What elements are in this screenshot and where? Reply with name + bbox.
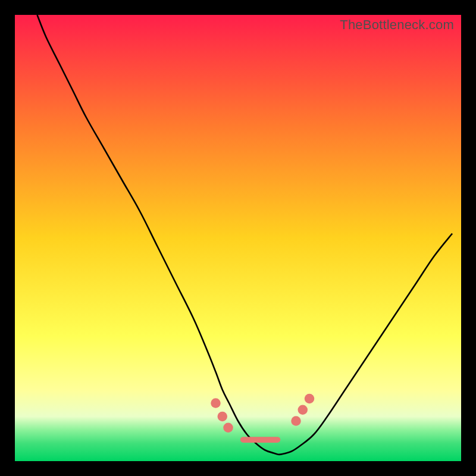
highlight-dot <box>305 394 315 404</box>
highlight-dot <box>291 416 301 426</box>
chart-frame: TheBottleneck.com <box>0 0 476 476</box>
highlight-dot <box>211 398 221 408</box>
highlight-dot <box>218 412 228 422</box>
highlight-markers <box>211 394 314 433</box>
highlight-dot <box>223 423 233 433</box>
highlight-dot <box>298 405 308 415</box>
watermark-text: TheBottleneck.com <box>340 17 454 33</box>
bottleneck-curve <box>37 15 453 455</box>
bottleneck-curve-layer <box>15 15 461 461</box>
flat-bottom-segment <box>240 437 281 443</box>
plot-area: TheBottleneck.com <box>15 15 461 461</box>
